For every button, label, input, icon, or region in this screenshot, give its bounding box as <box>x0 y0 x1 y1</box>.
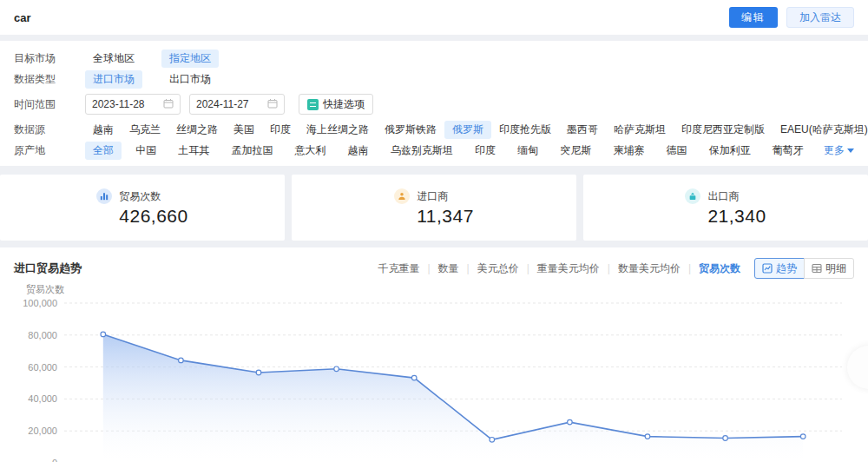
svg-text:80,000: 80,000 <box>28 330 57 340</box>
data-source-option[interactable]: 海上丝绸之路 <box>299 121 377 139</box>
data-source-option[interactable]: 乌克兰 <box>122 121 168 139</box>
end-date-input[interactable]: 2024-11-27 <box>189 94 285 115</box>
start-date-input[interactable]: 2023-11-28 <box>85 94 181 115</box>
data-source-option[interactable]: 印度尼西亚定制版 <box>674 121 773 139</box>
stat-value: 11,347 <box>417 206 474 227</box>
data-type-options: 进口市场出口市场 <box>85 70 219 89</box>
stat-label: 贸易次数 <box>119 189 161 204</box>
target-market-options: 全球地区指定地区 <box>85 50 219 68</box>
svg-text:60,000: 60,000 <box>28 362 57 373</box>
target-market-option[interactable]: 全球地区 <box>85 50 142 68</box>
origin-label: 原产地 <box>14 143 68 158</box>
metric-item[interactable]: 千克重量 <box>378 261 419 276</box>
svg-text:40,000: 40,000 <box>28 393 57 404</box>
data-type-option[interactable]: 出口市场 <box>161 70 219 89</box>
metric-item[interactable]: 数量美元均价 <box>618 261 681 276</box>
stat-box: 出口商21,340 <box>685 188 766 227</box>
importer-icon <box>394 188 410 204</box>
calendar-icon <box>267 98 278 111</box>
data-source-option[interactable]: 墨西哥 <box>559 121 606 139</box>
chart-title: 进口贸易趋势 <box>14 261 82 276</box>
origin-option[interactable]: 意大利 <box>287 142 334 160</box>
trend-icon <box>762 263 773 274</box>
origin-option[interactable]: 孟加拉国 <box>223 142 280 160</box>
origin-option[interactable]: 越南 <box>340 142 377 160</box>
stat-label: 进口商 <box>417 189 448 204</box>
table-icon <box>812 263 822 274</box>
origin-option[interactable]: 柬埔寨 <box>605 142 652 160</box>
stat-box: 进口商11,347 <box>394 188 474 227</box>
end-date-value: 2024-11-27 <box>196 98 249 110</box>
origin-option[interactable]: 乌兹别克斯坦 <box>383 142 461 160</box>
trend-view-label: 趋势 <box>776 261 797 276</box>
origin-option[interactable]: 中国 <box>128 142 164 160</box>
date-range-label: 时间范围 <box>14 97 68 112</box>
quick-options-icon <box>307 99 319 110</box>
data-source-option[interactable]: 印度 <box>262 121 299 139</box>
metric-item[interactable]: 贸易次数 <box>699 261 740 276</box>
quick-options-button[interactable]: 快捷选项 <box>299 94 373 115</box>
detail-view-label: 明细 <box>825 261 846 276</box>
bar-chart-icon <box>96 188 112 204</box>
chart-tools: 千克重量|数量|美元总价|重量美元均价|数量美元均价|贸易次数 趋势 <box>378 258 854 279</box>
filter-row-data-source: 数据源 越南乌克兰丝绸之路美国印度海上丝绸之路俄罗斯铁路俄罗斯印度抢先版墨西哥哈… <box>14 119 854 140</box>
origin-option[interactable]: 突尼斯 <box>552 142 599 160</box>
chart-header: 进口贸易趋势 千克重量|数量|美元总价|重量美元均价|数量美元均价|贸易次数 趋… <box>14 258 854 279</box>
metric-item[interactable]: 重量美元均价 <box>537 261 600 276</box>
data-source-option[interactable]: EAEU(哈萨克斯坦) <box>773 121 868 139</box>
trend-view-button[interactable]: 趋势 <box>754 258 805 279</box>
page-title: car <box>14 11 31 24</box>
view-toggle-group: 趋势 明细 <box>754 258 854 279</box>
data-source-option[interactable]: 美国 <box>226 121 262 139</box>
metric-separator: | <box>427 262 430 274</box>
quick-options-label: 快捷选项 <box>323 97 365 112</box>
origin-option[interactable]: 全部 <box>85 142 122 160</box>
metric-separator: | <box>608 262 610 274</box>
data-source-label: 数据源 <box>14 122 68 137</box>
svg-text:20,000: 20,000 <box>28 426 57 436</box>
origin-more-link[interactable]: 更多 <box>824 143 854 158</box>
start-date-value: 2023-11-28 <box>92 98 145 110</box>
chevron-down-icon <box>847 148 854 153</box>
stat-head: 贸易次数 <box>96 188 187 204</box>
stat-card: 进口商11,347 <box>292 175 576 241</box>
chart-panel: 进口贸易趋势 千克重量|数量|美元总价|重量美元均价|数量美元均价|贸易次数 趋… <box>0 248 868 462</box>
add-radar-button[interactable]: 加入雷达 <box>786 7 854 28</box>
target-market-option[interactable]: 指定地区 <box>161 50 219 68</box>
data-source-option[interactable]: 俄罗斯 <box>444 121 491 139</box>
data-source-options: 越南乌克兰丝绸之路美国印度海上丝绸之路俄罗斯铁路俄罗斯印度抢先版墨西哥哈萨克斯坦… <box>85 121 868 139</box>
topbar-actions: 编辑 加入雷达 <box>729 7 854 28</box>
origin-option[interactable]: 德国 <box>659 142 695 160</box>
metric-list: 千克重量|数量|美元总价|重量美元均价|数量美元均价|贸易次数 <box>378 261 740 276</box>
stat-box: 贸易次数426,660 <box>96 188 187 227</box>
metric-separator: | <box>688 262 691 274</box>
metric-item[interactable]: 美元总价 <box>477 261 519 276</box>
origin-option[interactable]: 保加利亚 <box>701 142 759 160</box>
svg-text:0: 0 <box>52 458 57 462</box>
stats-row: 贸易次数426,660进口商11,347出口商21,340 <box>0 175 868 241</box>
metric-item[interactable]: 数量 <box>438 261 459 276</box>
data-source-option[interactable]: 越南 <box>85 121 122 139</box>
origin-option[interactable]: 葡萄牙 <box>765 142 812 160</box>
calendar-icon <box>163 98 174 111</box>
filter-row-date-range: 时间范围 2023-11-28 2024-11-27 快捷选项 <box>14 94 854 115</box>
data-source-option[interactable]: 印度抢先版 <box>491 121 559 139</box>
origin-option[interactable]: 土耳其 <box>170 142 217 160</box>
stat-head: 进口商 <box>394 188 474 204</box>
data-source-option[interactable]: 俄罗斯铁路 <box>377 121 444 139</box>
data-type-option[interactable]: 进口市场 <box>85 70 142 89</box>
stat-card: 贸易次数426,660 <box>0 175 285 241</box>
filter-row-data-type: 数据类型 进口市场出口市场 <box>14 69 854 89</box>
data-source-option[interactable]: 哈萨克斯坦 <box>606 121 674 139</box>
origin-option[interactable]: 缅甸 <box>510 142 546 160</box>
origin-option[interactable]: 印度 <box>467 142 503 160</box>
stat-value: 21,340 <box>707 206 766 227</box>
more-label: 更多 <box>824 143 845 158</box>
detail-view-button[interactable]: 明细 <box>804 258 854 279</box>
trend-chart[interactable]: 贸易次数020,00040,00060,00080,000100,0002023… <box>14 282 854 462</box>
data-source-option[interactable]: 丝绸之路 <box>168 121 226 139</box>
svg-text:贸易次数: 贸易次数 <box>26 284 64 294</box>
edit-button[interactable]: 编辑 <box>729 7 778 28</box>
target-market-label: 目标市场 <box>14 51 68 66</box>
stat-head: 出口商 <box>685 188 766 204</box>
